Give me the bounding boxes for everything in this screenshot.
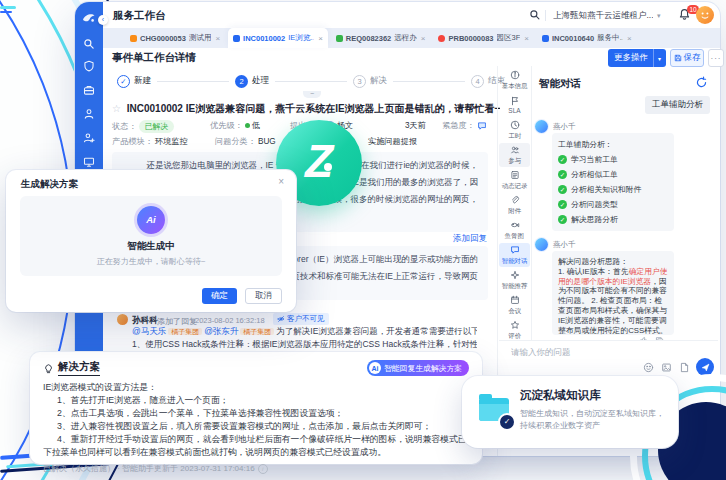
- add-reply-link[interactable]: 添加回复: [453, 233, 487, 245]
- user-add-icon[interactable]: [83, 132, 95, 144]
- generating-status: 智能生成中: [127, 240, 175, 253]
- more-actions-button[interactable]: 更多操作 ▾: [608, 49, 666, 67]
- chevron-down-icon[interactable]: ▾: [657, 12, 661, 20]
- chevron-down-icon[interactable]: ▾: [654, 55, 665, 62]
- close-icon[interactable]: ×: [278, 176, 284, 187]
- check-icon: ✓: [558, 185, 567, 194]
- incident-ticket-icon: [233, 35, 240, 42]
- solution-body: IE浏览器模式的设置方法是： 1、首先打开IE浏览器，随意进入一个页面； 2、点…: [43, 381, 469, 459]
- confirm-button[interactable]: 确定: [202, 288, 237, 304]
- knowledge-card-title: 沉淀私域知识库: [520, 388, 601, 403]
- tab-rating[interactable]: 评价: [499, 318, 530, 342]
- tab-change-ticket[interactable]: CHG0000053 测试用 ×: [125, 28, 225, 48]
- ticket-title: ☆ INC0010002 IE浏览器兼容问题，燕千云系统在IE浏览器上页面是错乱…: [112, 102, 500, 116]
- emoji-icon[interactable]: [643, 362, 654, 373]
- mention-link[interactable]: @马天乐: [132, 326, 166, 336]
- tab-attachments[interactable]: 附件: [499, 193, 530, 217]
- request-ticket-icon: [336, 35, 343, 42]
- solution-card: 解决方案 Ai 智能回复生成解决方案 IE浏览器模式的设置方法是： 1、首先打开…: [30, 352, 482, 464]
- knowledge-card-line: 持续积累企业数字资产: [520, 420, 600, 431]
- analysis-step: ✓分析问题类型: [558, 199, 668, 210]
- check-icon: ✓: [558, 200, 567, 209]
- solution-wrap-line: 下拉菜单也同样可以看到在兼容模式前面也就打钩，说明网页的兼容模式已经设置成功。: [43, 446, 469, 459]
- tab-meetings[interactable]: 会议: [499, 293, 530, 317]
- urgency-icon: [477, 121, 487, 131]
- search-icon[interactable]: [83, 38, 95, 50]
- favorite-star-icon[interactable]: ☆: [112, 103, 121, 114]
- incident-ticket-icon: [542, 35, 549, 42]
- close-icon[interactable]: ×: [524, 34, 529, 43]
- tab-problem-ticket[interactable]: PRB0000083 园区3F ×: [433, 28, 533, 48]
- chat-input[interactable]: [509, 346, 663, 358]
- tab-incident-ticket-active[interactable]: INC0010002 IE浏览… ×: [228, 28, 328, 48]
- tab-participants[interactable]: 参与: [499, 143, 530, 167]
- close-icon[interactable]: ×: [627, 34, 632, 43]
- yanqianyun-z-glyph: Z: [305, 138, 333, 184]
- generating-hint: 正在努力生成中，请耐心等待~: [97, 256, 206, 267]
- user-icon[interactable]: [83, 108, 95, 120]
- eye-off-icon: [277, 315, 285, 323]
- analysis-step: ✓学习当前工单: [558, 154, 668, 165]
- step-connector: [393, 81, 465, 82]
- ticket-id: INC0010002: [127, 103, 183, 114]
- check-icon: ✓: [558, 155, 567, 164]
- step-connector: [157, 81, 229, 82]
- tab-incident-ticket-2[interactable]: INC0010640 服务中… ×: [537, 28, 637, 48]
- dialog-body: Ai 智能生成中 正在努力生成中，请耐心等待~: [20, 196, 282, 276]
- tenant-selector[interactable]: 上海甄知燕千云运维租户...: [553, 10, 653, 22]
- solution-footer: 已解决（永久措施） · 智能助手更新于 2023-07-31 17:04:16 …: [43, 463, 469, 474]
- ai-icon: Ai: [137, 206, 165, 234]
- problem-ticket-icon: [438, 35, 445, 42]
- ai-reply-generate-button[interactable]: Ai 智能回复生成解决方案: [367, 360, 469, 376]
- overflow-menu-button[interactable]: ···: [708, 49, 724, 67]
- tab-activity-log[interactable]: 动态记录: [499, 168, 530, 192]
- decor-streak: [0, 6, 16, 9]
- global-search-icon[interactable]: [529, 9, 541, 21]
- tab-request-ticket[interactable]: REQ0082362 远程办 ×: [331, 28, 431, 48]
- mention-link[interactable]: @张东升: [204, 326, 238, 336]
- cancel-button[interactable]: 取消: [245, 288, 282, 304]
- solution-step: 2、点击工具选项，会跳出一个菜单，下拉菜单选择兼容性视图设置选项；: [43, 407, 469, 420]
- shield-icon[interactable]: [83, 60, 95, 72]
- send-icon[interactable]: [696, 358, 714, 376]
- detail-side-tabs: 基本信息 SLA 工时 参与 动态记录 附件 鱼骨图 智能对话 智能推荐 会议 …: [499, 68, 530, 342]
- tab-work-hours[interactable]: 工时: [499, 118, 530, 142]
- assistant-analysis-bubble: 工单辅助分析： ✓学习当前工单 ✓分析相似工单 ✓分析相关知识和附件 ✓分析问题…: [552, 133, 674, 231]
- tab-sla[interactable]: SLA: [499, 93, 530, 117]
- close-icon[interactable]: ×: [318, 34, 323, 43]
- step-resolve: 3 解决: [353, 75, 387, 88]
- tab-basic-info[interactable]: 基本信息: [499, 68, 530, 92]
- user-chat-message: 工单辅助分析: [645, 96, 710, 114]
- refresh-icon[interactable]: [695, 76, 708, 89]
- reply-author-avatar: [117, 314, 128, 325]
- file-icon[interactable]: [679, 362, 690, 373]
- solution-step: 1、首先打开IE浏览器，随意进入一个页面；: [43, 394, 469, 407]
- screen: ‹ 服务工作台 上海甄知燕千云运维租户... ▾ 10 CHG0000053 测…: [0, 0, 726, 480]
- analysis-step: ✓分析相似工单: [558, 169, 668, 180]
- close-icon[interactable]: ×: [421, 34, 426, 43]
- image-icon[interactable]: [661, 362, 672, 373]
- workflow-stepper: ✓ 新建 2 处理 3 解决 4 结束: [117, 73, 505, 89]
- info-icon[interactable]: i: [258, 464, 268, 474]
- close-icon[interactable]: ×: [215, 34, 220, 43]
- user-avatar[interactable]: [696, 6, 714, 24]
- change-ticket-icon: [130, 35, 137, 42]
- stepper-collapse-handle[interactable]: −: [303, 91, 321, 98]
- monitor-icon[interactable]: [83, 156, 95, 168]
- check-badge-icon: ✓: [498, 413, 516, 431]
- subcategory-tail: 实施问题提报: [368, 136, 417, 147]
- save-button[interactable]: 保存: [670, 49, 704, 67]
- topbar-divider: [545, 10, 546, 21]
- tab-smart-recommend[interactable]: 智能推荐: [499, 268, 530, 292]
- knowledge-base-card: ✓ 沉淀私域知识库 智能生成知识，自动沉淀至私域知识库， 持续积累企业数字资产: [462, 376, 678, 448]
- org-tag: 橘子集团: [240, 328, 274, 335]
- assistant-name: 燕小千: [553, 240, 576, 250]
- rail-collapse-toggle[interactable]: ‹: [98, 15, 108, 25]
- ticket-tabbar: CHG0000053 测试用 × INC0010002 IE浏览… × REQ0…: [103, 28, 720, 48]
- assistant-avatar: [535, 238, 548, 251]
- tab-smart-chat[interactable]: 智能对话: [499, 243, 530, 267]
- briefcase-icon[interactable]: [83, 84, 95, 96]
- tab-fishbone[interactable]: 鱼骨图: [499, 218, 530, 242]
- bulb-icon: [43, 363, 54, 374]
- analysis-step: ✓分析相关知识和附件: [558, 184, 668, 195]
